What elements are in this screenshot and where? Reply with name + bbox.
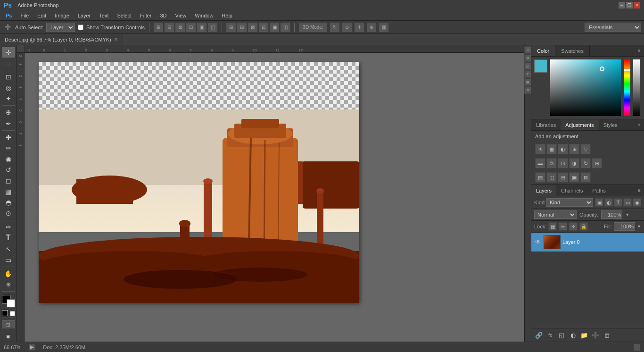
selective-color-icon[interactable]: ⊠	[580, 172, 591, 183]
align-center-h-icon[interactable]: ⊟	[165, 23, 174, 32]
menu-help[interactable]: Help	[218, 12, 236, 19]
auto-select-dropdown[interactable]: Layer Group	[46, 23, 75, 32]
lock-all-icon[interactable]: 🔒	[579, 222, 588, 231]
pen-tool[interactable]: ✑	[2, 222, 15, 232]
lasso-tool[interactable]: ◎	[2, 83, 15, 93]
quick-mask-btn[interactable]: ◱	[2, 320, 15, 328]
color-saturation-brightness[interactable]	[550, 59, 621, 116]
alpha-slider[interactable]	[633, 59, 640, 116]
link-layers-icon[interactable]: 🔗	[534, 330, 544, 340]
libraries-tab[interactable]: Libraries	[531, 119, 561, 130]
shape-tool[interactable]: ▭	[2, 255, 15, 265]
black-white-icon[interactable]: ⊡	[558, 158, 568, 168]
history-brush-tool[interactable]: ↺	[2, 165, 15, 175]
restore-button[interactable]: ❐	[626, 2, 633, 8]
active-color-swatch[interactable]	[534, 59, 547, 73]
tab-close-button[interactable]: ✕	[114, 37, 118, 42]
dist-center-h-icon[interactable]: ⊟	[237, 23, 247, 32]
add-style-icon[interactable]: fx	[545, 330, 555, 340]
minimize-button[interactable]: ─	[619, 2, 625, 8]
screen-mode-btn[interactable]: ▣	[2, 331, 15, 342]
canvas[interactable]	[25, 53, 524, 342]
lock-transparent-icon[interactable]: ▦	[548, 222, 557, 231]
layers-tab[interactable]: Layers	[531, 185, 556, 196]
3d-rotate-icon[interactable]: ↻	[330, 23, 339, 32]
dist-right-icon[interactable]: ⊠	[248, 23, 257, 32]
gradient-map-icon[interactable]: ▣	[569, 172, 579, 183]
adjustments-tab[interactable]: Adjustments	[561, 119, 599, 130]
vibrance-icon[interactable]: ▽	[580, 144, 591, 154]
hand-tool[interactable]: ✋	[2, 268, 15, 279]
dist-left-icon[interactable]: ⊞	[226, 23, 236, 32]
heal-tool[interactable]: ✚	[2, 132, 15, 142]
menu-file[interactable]: File	[17, 12, 33, 19]
align-right-icon[interactable]: ⊠	[175, 23, 185, 32]
menu-filter[interactable]: Filter	[136, 12, 155, 19]
3d-roll-icon[interactable]: ⊙	[342, 23, 352, 32]
menu-ps[interactable]: Ps	[2, 12, 16, 19]
dodge-tool[interactable]: ⊙	[2, 208, 15, 218]
show-transform-checkbox[interactable]	[78, 25, 83, 30]
gradient-tool[interactable]: ▦	[2, 186, 15, 197]
exposure-icon[interactable]: ⊞	[569, 144, 579, 154]
align-center-v-icon[interactable]: ▣	[197, 23, 206, 32]
delete-layer-icon[interactable]: 🗑	[602, 330, 611, 340]
status-arrow-icon[interactable]	[634, 344, 640, 351]
align-bottom-icon[interactable]: ◫	[208, 23, 217, 32]
quick-select-tool[interactable]: ✦	[2, 93, 15, 104]
filter-type-select[interactable]: Kind	[546, 198, 593, 207]
dist-top-icon[interactable]: ⊡	[259, 23, 268, 32]
menu-text[interactable]: Text	[95, 12, 112, 19]
default-colors-icon[interactable]	[2, 310, 8, 316]
document-tab[interactable]: Desert.jpg @ 66.7% (Layer 0, RGB/8#/CMYK…	[0, 34, 123, 45]
brightness-contrast-icon[interactable]: ☀	[535, 144, 545, 154]
new-layer-icon[interactable]: ➕	[591, 330, 600, 340]
threshold-icon[interactable]: ⊟	[558, 172, 568, 183]
move-tool[interactable]: ✛	[2, 47, 15, 58]
fill-input[interactable]	[614, 222, 635, 231]
lock-pixels-icon[interactable]: ✏	[559, 222, 567, 231]
dist-bottom-icon[interactable]: ◫	[281, 23, 290, 32]
color-panel-menu[interactable]: ≡	[635, 45, 644, 56]
filter-pixel-icon[interactable]: ▣	[595, 198, 603, 207]
new-fill-layer-icon[interactable]: ◐	[568, 330, 578, 340]
3d-slide-icon[interactable]: ⊕	[367, 23, 376, 32]
curves-icon[interactable]: ◐	[558, 144, 568, 154]
color-tab[interactable]: Color	[531, 45, 555, 56]
lock-position-icon[interactable]: ✛	[569, 222, 578, 231]
color-balance-icon[interactable]: ⚖	[546, 158, 557, 168]
zoom-tool[interactable]: ⊕	[2, 279, 15, 290]
layer-visibility-toggle[interactable]: 👁	[534, 238, 542, 246]
workspace-dropdown[interactable]: Essentials	[585, 23, 641, 32]
opacity-input[interactable]	[601, 210, 622, 219]
invert-icon[interactable]: ▤	[535, 172, 545, 183]
adjustments-panel-menu[interactable]: ≡	[635, 119, 644, 130]
dist-center-v-icon[interactable]: ▣	[270, 23, 279, 32]
menu-view[interactable]: View	[172, 12, 190, 19]
eyedropper-tool[interactable]: ✒	[2, 118, 15, 129]
type-tool[interactable]: T	[2, 233, 15, 243]
brush-tool[interactable]: ✏	[2, 143, 15, 153]
hue-saturation-icon[interactable]: ▬	[535, 158, 545, 168]
menu-select[interactable]: Select	[113, 12, 135, 19]
styles-tab[interactable]: Styles	[599, 119, 622, 130]
paths-tab[interactable]: Paths	[588, 185, 611, 196]
new-group-icon[interactable]: 📁	[579, 330, 589, 340]
blur-tool[interactable]: ◓	[2, 197, 15, 208]
marquee-tool[interactable]: ⊡	[2, 72, 15, 82]
layer-row[interactable]: 👁 Layer 0	[531, 233, 644, 251]
blend-mode-select[interactable]: Normal Dissolve Multiply Screen Overlay	[534, 210, 577, 219]
fill-dropdown-icon[interactable]: ▼	[637, 224, 641, 229]
photo-filter-icon[interactable]: ◑	[569, 158, 579, 168]
eraser-tool[interactable]: ◻	[2, 176, 15, 186]
color-lookup-icon[interactable]: ⊞	[592, 158, 602, 168]
menu-image[interactable]: Image	[51, 12, 73, 19]
add-mask-icon[interactable]: ◱	[557, 330, 566, 340]
posterize-icon[interactable]: ◫	[546, 172, 557, 183]
swap-colors-icon[interactable]	[10, 311, 15, 316]
channel-mixer-icon[interactable]: ↻	[580, 158, 591, 168]
3d-pan-icon[interactable]: ✛	[355, 23, 364, 32]
hue-slider[interactable]	[624, 59, 630, 116]
crop-tool[interactable]: ⊕	[2, 107, 15, 117]
filter-shape-icon[interactable]: ▭	[623, 198, 632, 207]
